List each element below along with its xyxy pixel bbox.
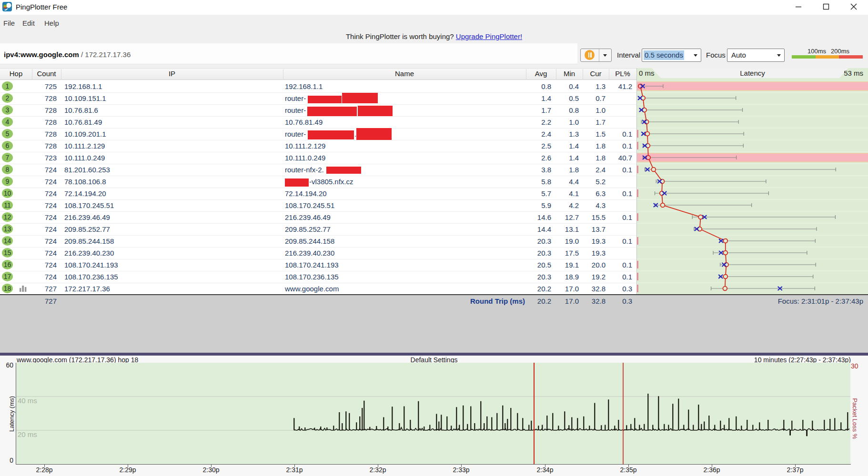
svg-text:20 ms: 20 ms — [18, 430, 37, 438]
svg-text:40 ms: 40 ms — [18, 397, 37, 405]
